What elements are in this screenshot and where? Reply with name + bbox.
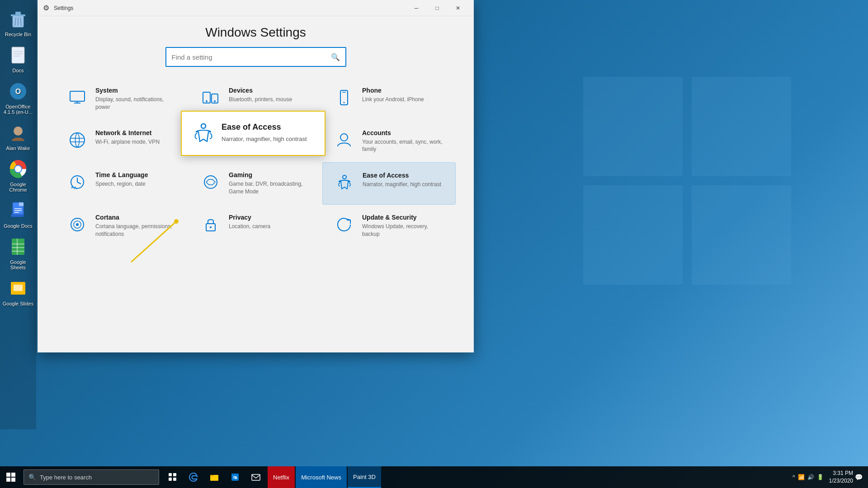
network-tray-icon[interactable]: 📶 bbox=[798, 474, 805, 480]
tray-chevron-icon[interactable]: ^ bbox=[793, 474, 795, 480]
svg-rect-27 bbox=[11, 214, 24, 217]
window-title-text: Settings bbox=[54, 5, 73, 11]
devices-text: Devices Bluetooth, printers, mouse bbox=[229, 87, 292, 103]
svg-rect-34 bbox=[14, 285, 23, 291]
desktop-icon-alan-wake[interactable]: Alan Wake bbox=[0, 118, 36, 155]
settings-item-privacy[interactable]: Privacy Location, camera bbox=[189, 205, 322, 247]
svg-rect-70 bbox=[11, 473, 15, 477]
svg-rect-3 bbox=[692, 185, 791, 285]
cortana-desc: Cortana language, permissions, notificat… bbox=[95, 223, 178, 238]
msnews-label: Microsoft News bbox=[301, 474, 341, 481]
settings-search-box[interactable]: 🔍 bbox=[165, 47, 346, 67]
time-language-icon: A A bbox=[66, 171, 88, 193]
svg-rect-81 bbox=[252, 474, 260, 480]
svg-rect-6 bbox=[15, 12, 21, 14]
taskbar-clock[interactable]: 3:31 PM 1/23/2020 bbox=[829, 469, 853, 485]
edge-browser-button[interactable] bbox=[184, 466, 203, 488]
close-button[interactable]: ✕ bbox=[448, 0, 468, 16]
minimize-button[interactable]: ─ bbox=[406, 0, 427, 16]
gaming-icon bbox=[200, 171, 222, 193]
battery-tray-icon[interactable]: 🔋 bbox=[817, 474, 824, 480]
devices-desc: Bluetooth, printers, mouse bbox=[229, 96, 292, 103]
svg-point-52 bbox=[340, 134, 348, 141]
store-button[interactable]: 🛍 bbox=[225, 466, 245, 488]
svg-text:A: A bbox=[74, 186, 77, 190]
google-sheets-icon bbox=[7, 236, 29, 258]
svg-text:🛍: 🛍 bbox=[233, 475, 237, 480]
svg-rect-10 bbox=[12, 47, 24, 63]
svg-point-68 bbox=[201, 124, 206, 128]
recycle-bin-label: Recycle Bin bbox=[5, 32, 31, 37]
settings-item-update-security[interactable]: Update & Security Windows Update, recove… bbox=[322, 205, 456, 247]
settings-item-cortana[interactable]: Cortana Cortana language, permissions, n… bbox=[56, 205, 189, 247]
google-slides-label: Google Slides bbox=[3, 301, 34, 306]
accounts-text: Accounts Your accounts, email, sync, wor… bbox=[362, 129, 445, 154]
taskbar-app-netflix[interactable]: Netflix bbox=[268, 466, 295, 488]
time-language-name: Time & Language bbox=[95, 171, 148, 178]
taskbar-app-msnews[interactable]: Microsoft News bbox=[296, 466, 347, 488]
network-desc: Wi-Fi, airplane mode, VPN bbox=[95, 138, 160, 146]
desktop-icon-google-slides[interactable]: Google Slides bbox=[0, 274, 36, 310]
settings-item-system[interactable]: System Display, sound, notifications, po… bbox=[56, 78, 189, 120]
search-icon: 🔍 bbox=[331, 53, 340, 61]
svg-rect-75 bbox=[169, 478, 172, 481]
netflix-label: Netflix bbox=[273, 474, 289, 481]
desktop-icon-google-chrome[interactable]: Google Chrome bbox=[0, 155, 36, 196]
settings-item-time-language[interactable]: A A Time & Language Speech, region, date bbox=[56, 162, 189, 205]
maximize-button[interactable]: □ bbox=[427, 0, 448, 16]
desktop-icon-openoffice[interactable]: O OpenOffice 4.1.5 (en-U... bbox=[0, 77, 36, 118]
settings-item-phone[interactable]: Phone Link your Android, iPhone bbox=[322, 78, 456, 120]
desktop-icon-google-sheets[interactable]: Google Sheets bbox=[0, 232, 36, 274]
desktop-icons: Recycle Bin Docs O OpenOff bbox=[0, 0, 36, 429]
start-button[interactable] bbox=[0, 466, 22, 488]
desktop-icon-recycle-bin[interactable]: Recycle Bin bbox=[0, 5, 36, 41]
action-center-icon[interactable]: 💬 bbox=[855, 474, 863, 481]
taskbar-app-paint3d[interactable]: Paint 3D bbox=[348, 466, 381, 488]
file-explorer-button[interactable] bbox=[204, 466, 224, 488]
ease-of-access-name: Ease of Access bbox=[363, 172, 441, 179]
update-security-text: Update & Security Windows Update, recove… bbox=[362, 214, 445, 238]
ease-of-access-icon bbox=[334, 172, 355, 193]
svg-text:A: A bbox=[71, 186, 73, 189]
desktop-icon-google-docs[interactable]: Google Docs bbox=[0, 196, 36, 232]
google-slides-icon bbox=[7, 277, 29, 299]
desktop: Recycle Bin Docs O OpenOff bbox=[0, 0, 868, 488]
openoffice-label: OpenOffice 4.1.5 (en-U... bbox=[2, 104, 34, 115]
svg-point-17 bbox=[14, 127, 23, 136]
svg-text:O: O bbox=[15, 88, 21, 95]
settings-search-input[interactable] bbox=[172, 53, 331, 61]
privacy-desc: Location, camera bbox=[229, 223, 270, 230]
mail-button[interactable] bbox=[246, 466, 266, 488]
svg-point-62 bbox=[76, 223, 79, 226]
gaming-desc: Game bar, DVR, broadcasting, Game Mode bbox=[229, 180, 311, 196]
accounts-name: Accounts bbox=[362, 129, 445, 136]
recycle-bin-icon bbox=[7, 8, 29, 30]
settings-item-network[interactable]: Network & Internet Wi-Fi, airplane mode,… bbox=[56, 120, 189, 163]
network-text: Network & Internet Wi-Fi, airplane mode,… bbox=[95, 129, 160, 146]
window-controls: ─ □ ✕ bbox=[406, 0, 468, 16]
svg-rect-35 bbox=[70, 91, 85, 101]
cortana-text: Cortana Cortana language, permissions, n… bbox=[95, 214, 178, 238]
tooltip-inner: Ease of Access Narrator, magnifier, high… bbox=[193, 122, 314, 144]
svg-point-43 bbox=[344, 102, 345, 103]
network-name: Network & Internet bbox=[95, 129, 160, 136]
desktop-icon-docs[interactable]: Docs bbox=[0, 41, 36, 77]
cortana-icon bbox=[66, 214, 88, 235]
settings-item-ease-of-access[interactable]: Ease of Access Narrator, magnifier, high… bbox=[322, 162, 456, 205]
system-name: System bbox=[95, 87, 178, 94]
svg-point-64 bbox=[210, 226, 212, 228]
svg-rect-73 bbox=[169, 473, 172, 476]
ease-of-access-tooltip: Ease of Access Narrator, magnifier, high… bbox=[181, 111, 326, 156]
task-view-button[interactable] bbox=[163, 466, 183, 488]
svg-rect-78 bbox=[210, 475, 214, 476]
svg-point-41 bbox=[214, 100, 216, 102]
taskbar-search-icon: 🔍 bbox=[28, 474, 36, 481]
taskbar-search-bar[interactable]: 🔍 Type here to search bbox=[24, 469, 159, 485]
privacy-name: Privacy bbox=[229, 214, 270, 221]
volume-tray-icon[interactable]: 🔊 bbox=[807, 474, 814, 480]
system-text: System Display, sound, notifications, po… bbox=[95, 87, 178, 111]
tooltip-desc: Narrator, magnifier, high contrast bbox=[222, 135, 307, 144]
settings-item-gaming[interactable]: Gaming Game bar, DVR, broadcasting, Game… bbox=[189, 162, 322, 205]
google-docs-label: Google Docs bbox=[4, 223, 33, 229]
settings-item-accounts[interactable]: Accounts Your accounts, email, sync, wor… bbox=[322, 120, 456, 163]
